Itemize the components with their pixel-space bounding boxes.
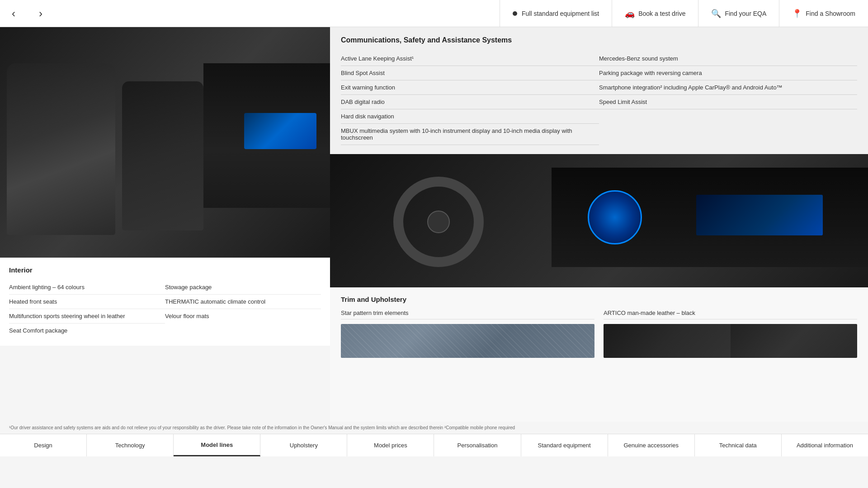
header: ‹ › Full standard equipment list 🚗 Book … — [0, 0, 868, 27]
footer-nav-genuine-accessories[interactable]: Genuine accessories — [608, 434, 695, 456]
find-eqa-nav[interactable]: 🔍 Find your EQA — [698, 0, 779, 27]
find-eqa-label: Find your EQA — [725, 10, 766, 17]
interior-section: Interior Ambient lighting – 64 colours H… — [0, 258, 330, 346]
comms-item-5: Hard disk navigation — [341, 109, 599, 124]
trim-section: Trim and Upholstery Star pattern trim el… — [330, 287, 868, 422]
trim-col2-label: ARTICO man-made leather – black — [604, 310, 857, 319]
interior-title: Interior — [9, 266, 321, 274]
footer-nav: Design Technology Model lines Upholstery… — [0, 434, 868, 456]
star-pattern-swatch — [341, 324, 594, 358]
comms-item-1: Active Lane Keeping Assist¹ — [341, 52, 599, 66]
comms-item-4: DAB digital radio — [341, 95, 599, 109]
find-showroom-label: Find a Showroom — [806, 10, 855, 17]
comms-grid: Active Lane Keeping Assist¹ Blind Spot A… — [341, 52, 857, 145]
comms-item-2: Blind Spot Assist — [341, 66, 599, 80]
test-drive-label: Book a test drive — [638, 10, 685, 17]
interior-item-7: Velour floor mats — [165, 309, 321, 323]
trim-col1: Star pattern trim elements — [341, 310, 594, 358]
book-test-drive-nav[interactable]: 🚗 Book a test drive — [612, 0, 698, 27]
main-content: Interior Ambient lighting – 64 colours H… — [0, 27, 868, 456]
interior-item-6: THERMATIC automatic climate control — [165, 295, 321, 309]
screen-blue-decoration — [244, 113, 316, 149]
next-button[interactable]: › — [27, 0, 54, 27]
leather-swatch-right — [731, 324, 858, 358]
comms-item-6: MBUX multimedia system with 10-inch inst… — [341, 124, 599, 145]
footer-nav-upholstery[interactable]: Upholstery — [260, 434, 347, 456]
equipment-dot-icon — [513, 11, 517, 16]
dashboard2-decoration — [552, 168, 868, 267]
car-search-icon: 🔍 — [711, 9, 721, 19]
find-showroom-nav[interactable]: 📍 Find a Showroom — [779, 0, 868, 27]
footer-nav-design[interactable]: Design — [0, 434, 87, 456]
interior-item-5: Stowage package — [165, 280, 321, 295]
interior-col2: Stowage package THERMATIC automatic clim… — [165, 280, 321, 338]
interior-item-2: Heated front seats — [9, 295, 165, 309]
secondary-car-image — [330, 154, 868, 287]
comms-title: Communications, Safety and Assistance Sy… — [341, 36, 857, 44]
comms-col2: Mercedes-Benz sound system Parking packa… — [599, 52, 857, 145]
footer-nav-technology[interactable]: Technology — [87, 434, 174, 456]
gauge-decoration — [588, 190, 642, 244]
footer-nav-model-lines[interactable]: Model lines — [174, 434, 260, 456]
footer-nav-personalisation[interactable]: Personalisation — [434, 434, 521, 456]
communications-section: Communications, Safety and Assistance Sy… — [330, 27, 868, 154]
comms-item-9: Smartphone integration² including Apple … — [599, 80, 857, 95]
trim-col2: ARTICO man-made leather – black — [604, 310, 857, 358]
seat-left-decoration — [7, 63, 115, 235]
left-column: Interior Ambient lighting – 64 colours H… — [0, 27, 330, 422]
steering-wheel-icon: 🚗 — [625, 9, 635, 19]
disclaimer: ¹Our driver assistance and safety system… — [0, 422, 868, 434]
equipment-list-nav[interactable]: Full standard equipment list — [500, 0, 612, 27]
leather-swatch — [604, 324, 857, 358]
car-interior-simulation — [0, 27, 330, 258]
main-car-image — [0, 27, 330, 258]
header-nav: Full standard equipment list 🚗 Book a te… — [500, 0, 868, 27]
interior-item-3: Multifunction sports steering wheel in l… — [9, 309, 165, 324]
comms-item-3: Exit warning function — [341, 80, 599, 95]
comms-item-8: Parking package with reversing camera — [599, 66, 857, 80]
location-icon: 📍 — [792, 9, 802, 19]
comms-item-10: Speed Limit Assist — [599, 95, 857, 109]
prev-button[interactable]: ‹ — [0, 0, 27, 27]
comms-item-7: Mercedes-Benz sound system — [599, 52, 857, 66]
trim-col1-label: Star pattern trim elements — [341, 310, 594, 319]
right-column: Communications, Safety and Assistance Sy… — [330, 27, 868, 422]
interior-col1: Ambient lighting – 64 colours Heated fro… — [9, 280, 165, 338]
seat-right-decoration — [122, 81, 203, 230]
leather-swatch-left — [604, 324, 731, 358]
dashboard-decoration — [203, 63, 330, 208]
trim-grid: Star pattern trim elements ARTICO man-ma… — [341, 310, 857, 358]
footer-nav-standard-equipment[interactable]: Standard equipment — [521, 434, 608, 456]
mercedes-star-decoration — [427, 211, 450, 233]
media-screen-decoration — [696, 195, 823, 235]
interior-item-4: Seat Comfort package — [9, 324, 165, 338]
footer-nav-additional-info[interactable]: Additional information — [782, 434, 868, 456]
equipment-label: Full standard equipment list — [522, 10, 599, 17]
content-area: Interior Ambient lighting – 64 colours H… — [0, 27, 868, 422]
comms-col1: Active Lane Keeping Assist¹ Blind Spot A… — [341, 52, 599, 145]
interior-item-1: Ambient lighting – 64 colours — [9, 280, 165, 295]
footer-nav-model-prices[interactable]: Model prices — [347, 434, 434, 456]
trim-title: Trim and Upholstery — [341, 296, 857, 303]
footer-nav-technical-data[interactable]: Technical data — [695, 434, 782, 456]
interior-grid: Ambient lighting – 64 colours Heated fro… — [9, 280, 321, 338]
